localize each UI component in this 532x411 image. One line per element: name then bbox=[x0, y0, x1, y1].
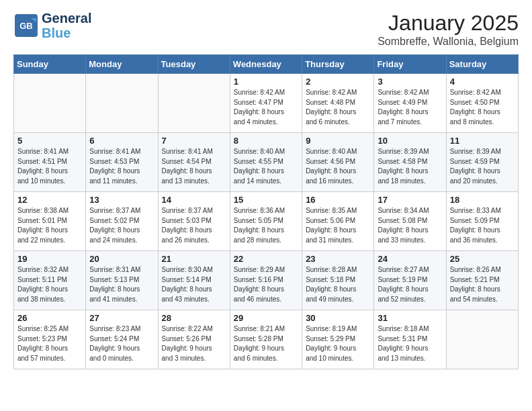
day-info: Sunrise: 8:26 AM Sunset: 5:21 PM Dayligh… bbox=[450, 265, 515, 304]
header: GB General Blue January 2025 Sombreffe, … bbox=[13, 11, 519, 48]
day-number: 30 bbox=[306, 313, 370, 323]
day-number: 5 bbox=[17, 136, 82, 146]
title-block: January 2025 Sombreffe, Wallonia, Belgiu… bbox=[378, 11, 519, 48]
day-number: 21 bbox=[162, 254, 226, 264]
calendar-cell: 4Sunrise: 8:42 AM Sunset: 4:50 PM Daylig… bbox=[446, 74, 518, 133]
day-number: 7 bbox=[162, 136, 226, 146]
day-info: Sunrise: 8:37 AM Sunset: 5:02 PM Dayligh… bbox=[89, 206, 154, 245]
day-info: Sunrise: 8:19 AM Sunset: 5:29 PM Dayligh… bbox=[306, 324, 370, 363]
day-info: Sunrise: 8:42 AM Sunset: 4:48 PM Dayligh… bbox=[306, 88, 370, 127]
day-info: Sunrise: 8:32 AM Sunset: 5:11 PM Dayligh… bbox=[17, 265, 82, 304]
day-info: Sunrise: 8:42 AM Sunset: 4:50 PM Dayligh… bbox=[450, 88, 515, 127]
day-info: Sunrise: 8:40 AM Sunset: 4:56 PM Dayligh… bbox=[306, 147, 370, 186]
day-info: Sunrise: 8:18 AM Sunset: 5:31 PM Dayligh… bbox=[378, 324, 442, 363]
day-header-thursday: Thursday bbox=[302, 55, 374, 74]
calendar-cell: 18Sunrise: 8:33 AM Sunset: 5:09 PM Dayli… bbox=[446, 192, 518, 251]
day-number: 4 bbox=[450, 77, 515, 87]
calendar-cell: 10Sunrise: 8:39 AM Sunset: 4:58 PM Dayli… bbox=[374, 133, 446, 192]
day-info: Sunrise: 8:37 AM Sunset: 5:03 PM Dayligh… bbox=[162, 206, 226, 245]
calendar-cell: 11Sunrise: 8:39 AM Sunset: 4:59 PM Dayli… bbox=[446, 133, 518, 192]
calendar-table: SundayMondayTuesdayWednesdayThursdayFrid… bbox=[13, 54, 519, 369]
calendar-cell bbox=[446, 310, 518, 369]
logo: GB General Blue bbox=[13, 11, 91, 40]
day-number: 22 bbox=[234, 254, 298, 264]
day-info: Sunrise: 8:25 AM Sunset: 5:23 PM Dayligh… bbox=[17, 324, 82, 363]
calendar-cell: 26Sunrise: 8:25 AM Sunset: 5:23 PM Dayli… bbox=[14, 310, 86, 369]
day-number: 29 bbox=[234, 313, 298, 323]
day-info: Sunrise: 8:28 AM Sunset: 5:18 PM Dayligh… bbox=[306, 265, 370, 304]
logo-blue-text: Blue bbox=[42, 26, 91, 40]
day-header-friday: Friday bbox=[374, 55, 446, 74]
calendar-cell: 12Sunrise: 8:38 AM Sunset: 5:01 PM Dayli… bbox=[14, 192, 86, 251]
day-number: 28 bbox=[162, 313, 226, 323]
calendar-cell: 8Sunrise: 8:40 AM Sunset: 4:55 PM Daylig… bbox=[230, 133, 302, 192]
calendar-header: SundayMondayTuesdayWednesdayThursdayFrid… bbox=[14, 55, 519, 74]
calendar-cell: 19Sunrise: 8:32 AM Sunset: 5:11 PM Dayli… bbox=[14, 251, 86, 310]
logo-icon: GB bbox=[13, 13, 39, 38]
day-info: Sunrise: 8:27 AM Sunset: 5:19 PM Dayligh… bbox=[378, 265, 442, 304]
calendar-cell: 25Sunrise: 8:26 AM Sunset: 5:21 PM Dayli… bbox=[446, 251, 518, 310]
calendar-cell: 7Sunrise: 8:41 AM Sunset: 4:54 PM Daylig… bbox=[158, 133, 230, 192]
calendar-cell: 31Sunrise: 8:18 AM Sunset: 5:31 PM Dayli… bbox=[374, 310, 446, 369]
calendar-cell: 9Sunrise: 8:40 AM Sunset: 4:56 PM Daylig… bbox=[302, 133, 374, 192]
day-info: Sunrise: 8:41 AM Sunset: 4:54 PM Dayligh… bbox=[162, 147, 226, 186]
day-info: Sunrise: 8:34 AM Sunset: 5:08 PM Dayligh… bbox=[378, 206, 442, 245]
day-info: Sunrise: 8:42 AM Sunset: 4:49 PM Dayligh… bbox=[378, 88, 442, 127]
logo-general-text: General bbox=[42, 11, 91, 26]
day-info: Sunrise: 8:41 AM Sunset: 4:51 PM Dayligh… bbox=[17, 147, 82, 186]
day-info: Sunrise: 8:23 AM Sunset: 5:24 PM Dayligh… bbox=[89, 324, 154, 363]
calendar-cell: 21Sunrise: 8:30 AM Sunset: 5:14 PM Dayli… bbox=[158, 251, 230, 310]
calendar-cell: 6Sunrise: 8:41 AM Sunset: 4:53 PM Daylig… bbox=[86, 133, 158, 192]
day-number: 18 bbox=[450, 195, 515, 205]
calendar-cell: 30Sunrise: 8:19 AM Sunset: 5:29 PM Dayli… bbox=[302, 310, 374, 369]
day-number: 26 bbox=[17, 313, 82, 323]
day-header-tuesday: Tuesday bbox=[158, 55, 230, 74]
day-header-wednesday: Wednesday bbox=[230, 55, 302, 74]
calendar-cell: 29Sunrise: 8:21 AM Sunset: 5:28 PM Dayli… bbox=[230, 310, 302, 369]
calendar-cell: 24Sunrise: 8:27 AM Sunset: 5:19 PM Dayli… bbox=[374, 251, 446, 310]
svg-text:GB: GB bbox=[19, 21, 33, 31]
calendar-week-row: 26Sunrise: 8:25 AM Sunset: 5:23 PM Dayli… bbox=[14, 310, 519, 369]
day-info: Sunrise: 8:38 AM Sunset: 5:01 PM Dayligh… bbox=[17, 206, 82, 245]
day-info: Sunrise: 8:39 AM Sunset: 4:59 PM Dayligh… bbox=[450, 147, 515, 186]
calendar-cell bbox=[86, 74, 158, 133]
day-number: 3 bbox=[378, 77, 442, 87]
header-row: SundayMondayTuesdayWednesdayThursdayFrid… bbox=[14, 55, 519, 74]
calendar-week-row: 19Sunrise: 8:32 AM Sunset: 5:11 PM Dayli… bbox=[14, 251, 519, 310]
calendar-cell bbox=[158, 74, 230, 133]
day-number: 27 bbox=[89, 313, 154, 323]
day-number: 9 bbox=[306, 136, 370, 146]
calendar-cell: 3Sunrise: 8:42 AM Sunset: 4:49 PM Daylig… bbox=[374, 74, 446, 133]
day-info: Sunrise: 8:31 AM Sunset: 5:13 PM Dayligh… bbox=[89, 265, 154, 304]
calendar-cell bbox=[14, 74, 86, 133]
day-header-sunday: Sunday bbox=[14, 55, 86, 74]
day-info: Sunrise: 8:33 AM Sunset: 5:09 PM Dayligh… bbox=[450, 206, 515, 245]
calendar-body: 1Sunrise: 8:42 AM Sunset: 4:47 PM Daylig… bbox=[14, 74, 519, 369]
day-number: 20 bbox=[89, 254, 154, 264]
calendar-cell: 23Sunrise: 8:28 AM Sunset: 5:18 PM Dayli… bbox=[302, 251, 374, 310]
calendar-title: January 2025 bbox=[378, 11, 519, 36]
day-number: 11 bbox=[450, 136, 515, 146]
day-number: 13 bbox=[89, 195, 154, 205]
day-info: Sunrise: 8:40 AM Sunset: 4:55 PM Dayligh… bbox=[234, 147, 298, 186]
day-number: 24 bbox=[378, 254, 442, 264]
day-info: Sunrise: 8:29 AM Sunset: 5:16 PM Dayligh… bbox=[234, 265, 298, 304]
day-number: 1 bbox=[234, 77, 298, 87]
day-info: Sunrise: 8:39 AM Sunset: 4:58 PM Dayligh… bbox=[378, 147, 442, 186]
calendar-cell: 15Sunrise: 8:36 AM Sunset: 5:05 PM Dayli… bbox=[230, 192, 302, 251]
calendar-cell: 22Sunrise: 8:29 AM Sunset: 5:16 PM Dayli… bbox=[230, 251, 302, 310]
day-number: 31 bbox=[378, 313, 442, 323]
calendar-cell: 20Sunrise: 8:31 AM Sunset: 5:13 PM Dayli… bbox=[86, 251, 158, 310]
day-number: 25 bbox=[450, 254, 515, 264]
day-info: Sunrise: 8:30 AM Sunset: 5:14 PM Dayligh… bbox=[162, 265, 226, 304]
day-header-saturday: Saturday bbox=[446, 55, 518, 74]
calendar-week-row: 1Sunrise: 8:42 AM Sunset: 4:47 PM Daylig… bbox=[14, 74, 519, 133]
day-number: 12 bbox=[17, 195, 82, 205]
day-number: 16 bbox=[306, 195, 370, 205]
day-number: 6 bbox=[89, 136, 154, 146]
calendar-subtitle: Sombreffe, Wallonia, Belgium bbox=[378, 36, 519, 48]
calendar-week-row: 5Sunrise: 8:41 AM Sunset: 4:51 PM Daylig… bbox=[14, 133, 519, 192]
calendar-cell: 16Sunrise: 8:35 AM Sunset: 5:06 PM Dayli… bbox=[302, 192, 374, 251]
day-number: 17 bbox=[378, 195, 442, 205]
day-info: Sunrise: 8:42 AM Sunset: 4:47 PM Dayligh… bbox=[234, 88, 298, 127]
